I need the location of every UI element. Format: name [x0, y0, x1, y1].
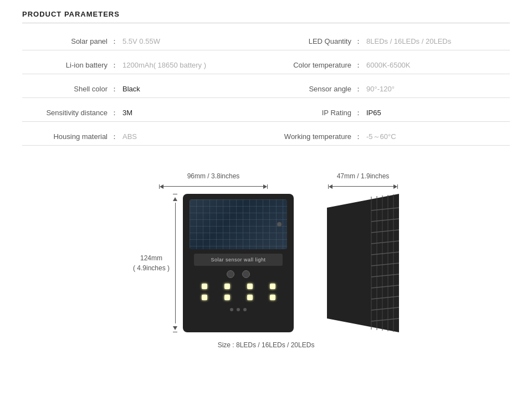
led-7	[247, 295, 253, 300]
param-label-sensitivity: Sensitivity distance	[22, 109, 111, 117]
param-row-solar: Solar panel ： 5.5V 0.55W	[22, 37, 266, 50]
param-value-sensor-angle: 90°-120°	[366, 85, 395, 93]
right-arrow-right	[393, 182, 397, 191]
right-top-dimension-label: 47mm / 1.9inches	[337, 172, 390, 180]
right-right-tick	[397, 184, 398, 189]
param-label-solar: Solar panel	[22, 37, 111, 45]
dimensions-section: 96mm / 3.8inches 124mm	[22, 172, 510, 332]
led-6	[224, 295, 230, 300]
param-label-led-qty: LED Quantity	[266, 37, 355, 45]
param-row-working-temp: Working temperature ： -5～60°C	[266, 132, 510, 146]
product-label-bar: Solar sensor wall light	[194, 254, 283, 266]
solar-grid	[190, 199, 287, 249]
vertical-dim-group: 124mm ( 4.9inches )	[133, 194, 177, 332]
param-row-sensor-angle: Sensor angle ： 90°-120°	[266, 84, 510, 98]
param-label-color-temp: Color temperature	[266, 61, 355, 69]
small-circle-3	[243, 308, 247, 311]
dim-right-view: 47mm / 1.9inches	[327, 172, 399, 332]
param-label-ip: IP Rating	[266, 109, 355, 117]
side-view-svg	[327, 194, 399, 332]
small-circle-1	[230, 308, 233, 311]
led-grid-bottom	[190, 295, 287, 304]
bottom-section	[190, 269, 287, 311]
pir-sensor-left	[227, 270, 234, 278]
led-1	[202, 284, 207, 289]
params-col-right: LED Quantity ： 8LEDs / 16LEDs / 20LEDs C…	[266, 37, 510, 156]
param-row-sensitivity: Sensitivity distance ： 3M	[22, 108, 266, 122]
small-circles	[230, 308, 247, 311]
param-row-led-qty: LED Quantity ： 8LEDs / 16LEDs / 20LEDs	[266, 37, 510, 50]
param-label-sensor-angle: Sensor angle	[266, 85, 355, 93]
side-view-container	[327, 194, 399, 332]
param-label-color: Shell color	[22, 85, 111, 93]
led-4	[270, 284, 275, 289]
param-value-color-temp: 6000K-6500K	[366, 61, 411, 69]
param-value-ip: IP65	[366, 109, 381, 117]
v-arrow	[173, 194, 177, 332]
product-label-text: Solar sensor wall light	[211, 257, 265, 263]
param-value-sensitivity: 3M	[122, 109, 132, 117]
param-row-color-temp: Color temperature ： 6000K-6500K	[266, 60, 510, 74]
v-arrow-container	[173, 194, 177, 332]
product-front-image: Solar sensor wall light	[183, 194, 294, 332]
param-row-color: Shell color ： Black	[22, 84, 266, 98]
small-circle-2	[237, 308, 240, 311]
param-value-led-qty: 8LEDs / 16LEDs / 20LEDs	[366, 37, 451, 45]
param-label-housing: Housing material	[22, 132, 111, 141]
right-arrow-left	[329, 182, 332, 191]
size-note: Size : 8LEDs / 16LEDs / 20LEDs	[22, 341, 510, 349]
dim-left-view: 96mm / 3.8inches 124mm	[133, 172, 294, 332]
led-5	[202, 295, 207, 300]
param-row-battery: Li-ion battery ： 1200mAh( 18650 battery …	[22, 60, 266, 74]
param-value-color: Black	[122, 85, 140, 93]
arrow-right	[263, 182, 267, 191]
param-label-working-temp: Working temperature	[266, 132, 355, 141]
sensor-dot	[277, 222, 282, 227]
param-value-battery: 1200mAh( 18650 battery )	[122, 61, 206, 69]
section-title: PRODUCT PARAMETERS	[22, 10, 510, 23]
bottom-v-tick	[173, 332, 177, 332]
v-arrow-top	[173, 194, 177, 203]
v-arrow-bottom	[173, 323, 177, 332]
arrow-left	[160, 182, 163, 191]
pir-row	[227, 270, 250, 278]
param-value-solar: 5.5V 0.55W	[122, 37, 160, 45]
side-dimension-label: 124mm ( 4.9inches )	[133, 253, 170, 273]
led-grid-top	[190, 280, 287, 292]
param-value-working-temp: -5～60°C	[366, 132, 396, 142]
solar-panel	[190, 199, 287, 249]
led-2	[224, 284, 230, 289]
body-row: 124mm ( 4.9inches )	[133, 194, 294, 332]
param-row-housing: Housing material ： ABS	[22, 132, 266, 146]
param-value-housing: ABS	[122, 132, 137, 141]
page: PRODUCT PARAMETERS Solar panel ： 5.5V 0.…	[0, 0, 532, 396]
led-8	[270, 295, 275, 300]
led-3	[247, 284, 253, 289]
param-label-battery: Li-ion battery	[22, 61, 111, 69]
h-arrow-line	[163, 186, 263, 187]
pir-sensor-right	[242, 270, 250, 278]
top-dimension-label: 96mm / 3.8inches	[187, 172, 240, 180]
param-row-ip: IP Rating ： IP65	[266, 108, 510, 122]
v-arrow-line	[175, 203, 176, 323]
params-col-left: Solar panel ： 5.5V 0.55W Li-ion battery …	[22, 37, 266, 156]
right-h-line	[332, 186, 393, 187]
right-tick	[267, 184, 268, 189]
params-grid: Solar panel ： 5.5V 0.55W Li-ion battery …	[22, 37, 510, 156]
